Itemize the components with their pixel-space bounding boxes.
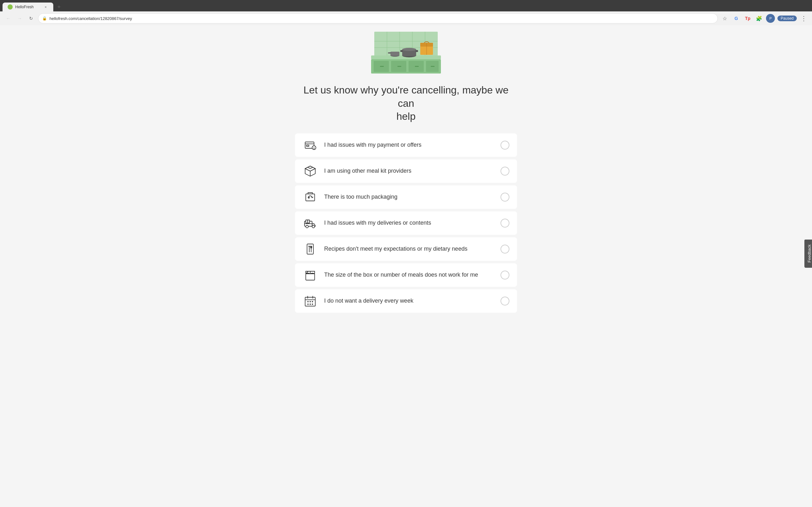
svg-line-37 [310,169,315,171]
survey-option-meal-kit[interactable]: I am using other meal kit providers [295,159,517,183]
profile-avatar[interactable]: P [766,14,775,23]
forward-button[interactable]: → [15,14,24,23]
svg-rect-30 [306,145,309,147]
reload-button[interactable]: ↻ [27,14,36,23]
survey-option-recipes[interactable]: Recipes don't meet my expectations or my… [295,237,517,261]
google-extension-icon[interactable]: G [732,14,741,23]
tab-favicon [8,4,13,9]
box-size-icon [303,268,318,283]
option-recipes-text: Recipes don't meet my expectations or my… [324,245,494,252]
paused-label: Paused [780,16,794,20]
page-heading: Let us know why you're cancelling, maybe… [301,83,511,123]
svg-rect-16 [431,66,435,67]
option-weekly-radio[interactable] [501,297,509,305]
svg-rect-20 [415,50,418,52]
svg-point-59 [310,303,311,305]
svg-text:$: $ [313,147,315,150]
forward-icon: → [17,16,22,21]
packaging-icon [303,189,318,205]
svg-point-40 [306,225,308,228]
svg-rect-15 [415,66,419,67]
svg-point-58 [307,303,309,305]
feedback-tab[interactable]: Feedback [804,239,812,268]
paused-button[interactable]: Paused [777,15,797,21]
recipes-icon [303,241,318,257]
svg-rect-19 [400,50,403,52]
menu-button[interactable]: ⋮ [799,14,808,23]
svg-point-41 [312,225,315,228]
option-payment-radio[interactable] [501,141,509,150]
svg-rect-45 [307,244,313,254]
option-box-size-radio[interactable] [501,271,509,279]
svg-point-55 [307,301,309,302]
payment-icon: $ [303,137,318,153]
svg-point-56 [310,301,311,302]
browser-tab-bar: HelloFresh × + [0,0,812,11]
extensions-icon[interactable]: 🧩 [755,14,763,23]
page-content: Let us know why you're cancelling, maybe… [0,25,812,507]
active-tab[interactable]: HelloFresh × [3,3,53,11]
box-open-icon [303,164,318,179]
svg-point-21 [402,48,416,51]
svg-point-57 [312,301,313,302]
back-button[interactable]: ← [4,14,13,23]
svg-rect-13 [380,66,384,67]
url-text: hellofresh.com/cancellation/12820867/sur… [49,16,132,21]
address-bar[interactable]: 🔒 hellofresh.com/cancellation/12820867/s… [38,13,718,23]
survey-option-weekly[interactable]: I do not want a delivery every week [295,289,517,313]
survey-option-payment[interactable]: $ I had issues with my payment or offers [295,133,517,157]
delivery-icon [303,216,318,231]
option-delivery-radio[interactable] [501,219,509,228]
toolbar-icons: ☆ G Tp 🧩 P Paused ⋮ [720,14,808,23]
tp-extension-icon[interactable]: Tp [743,14,752,23]
lock-icon: 🔒 [42,16,47,20]
survey-option-box-size[interactable]: The size of the box or number of meals d… [295,263,517,287]
svg-rect-23 [391,52,399,56]
option-weekly-text: I do not want a delivery every week [324,297,494,304]
svg-rect-24 [388,52,391,54]
feedback-label: Feedback [807,244,812,262]
calendar-icon [303,293,318,308]
option-recipes-radio[interactable] [501,245,509,253]
kitchen-illustration [358,25,454,76]
star-button[interactable]: ☆ [720,14,729,23]
tab-title: HelloFresh [15,5,41,9]
survey-option-packaging[interactable]: There is too much packaging [295,185,517,209]
back-icon: ← [6,16,10,21]
option-meal-kit-radio[interactable] [501,167,509,176]
svg-rect-14 [397,66,401,67]
svg-rect-49 [306,274,315,280]
new-tab-button[interactable]: + [55,3,63,11]
tab-close-icon[interactable]: × [43,4,48,9]
option-packaging-radio[interactable] [501,193,509,202]
option-delivery-text: I had issues with my deliveries or conte… [324,220,494,226]
survey-option-delivery[interactable]: I had issues with my deliveries or conte… [295,211,517,235]
svg-point-60 [312,303,313,305]
option-meal-kit-text: I am using other meal kit providers [324,168,494,174]
reload-icon: ↻ [29,16,33,21]
svg-rect-38 [306,194,315,201]
option-box-size-text: The size of the box or number of meals d… [324,272,494,278]
option-payment-text: I had issues with my payment or offers [324,142,494,148]
svg-line-36 [305,169,310,171]
survey-options-container: $ I had issues with my payment or offers [295,133,517,313]
address-bar-row: ← → ↻ 🔒 hellofresh.com/cancellation/1282… [0,11,812,25]
option-packaging-text: There is too much packaging [324,193,494,200]
